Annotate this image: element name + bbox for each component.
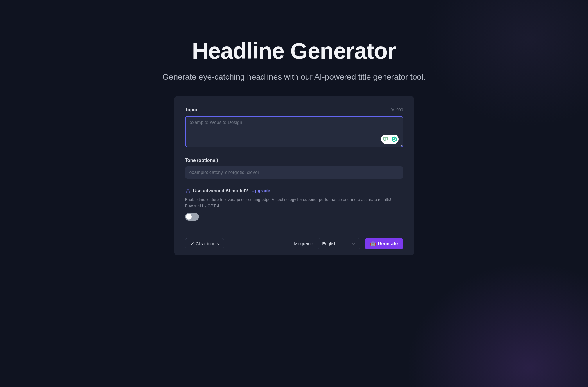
tone-input[interactable] — [185, 166, 403, 179]
extension-badges — [381, 135, 399, 144]
advanced-model-description: Enable this feature to leverage our cutt… — [185, 197, 403, 209]
assistant-badge-icon[interactable] — [381, 135, 390, 144]
clear-inputs-label: Clear inputs — [196, 241, 219, 246]
topic-char-count: 0/1000 — [391, 107, 403, 112]
grammarly-badge-icon[interactable] — [390, 135, 399, 144]
generate-button[interactable]: 🤖 Generate — [365, 238, 403, 249]
language-select[interactable]: English — [318, 238, 360, 249]
generator-card: Topic 0/1000 Tone (optional) — [174, 96, 414, 255]
topic-label: Topic — [185, 107, 197, 112]
upgrade-link[interactable]: Upgrade — [251, 188, 270, 193]
chevron-down-icon — [351, 241, 356, 246]
robot-icon: 🤖 — [370, 241, 376, 246]
close-icon — [190, 241, 195, 246]
tone-label: Tone (optional) — [185, 158, 403, 163]
svg-point-1 — [391, 137, 397, 142]
advanced-model-label: Use advanced AI model? — [193, 188, 248, 193]
topic-input[interactable] — [185, 116, 403, 147]
sparkles-icon — [185, 188, 191, 194]
language-selected-value: English — [322, 241, 336, 246]
page-title: Headline Generator — [192, 38, 396, 64]
advanced-model-toggle[interactable] — [185, 213, 199, 221]
clear-inputs-button[interactable]: Clear inputs — [185, 238, 224, 249]
generate-label: Generate — [378, 241, 398, 246]
toggle-knob — [186, 214, 192, 220]
language-label: language — [294, 241, 313, 246]
page-subtitle: Generate eye-catching headlines with our… — [162, 72, 426, 82]
